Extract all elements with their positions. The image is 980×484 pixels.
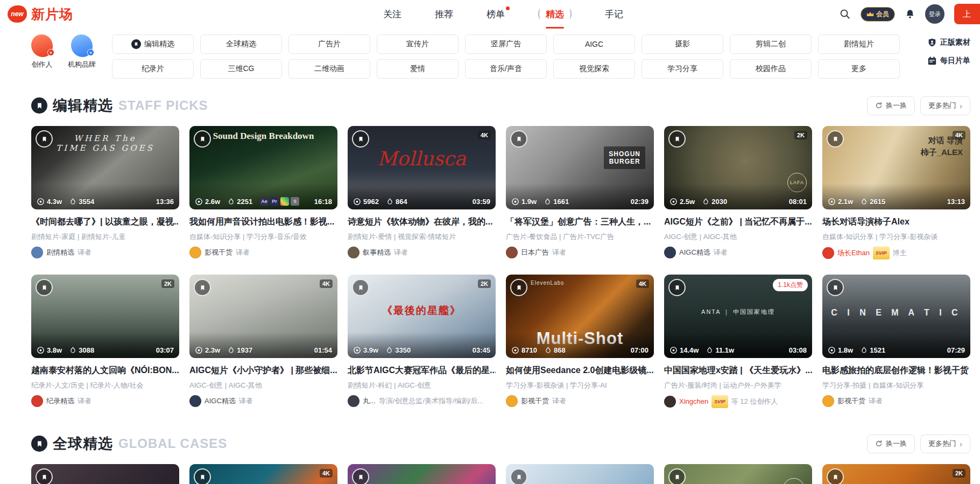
nav-item-精选[interactable]: 精选 — [538, 8, 572, 20]
login-button[interactable]: 登录 — [925, 4, 944, 24]
video-title[interactable]: 如何使用Seedance 2.0创建电影级镜... — [506, 364, 654, 376]
chip-全球精选[interactable]: 全球精选 — [200, 34, 282, 54]
author-avatar[interactable] — [31, 247, 43, 258]
chip-音乐/声音[interactable]: 音乐/声音 — [465, 59, 547, 79]
video-thumbnail[interactable]: 4K 5962 864 03:59 Mollusca — [348, 126, 496, 209]
video-title[interactable]: 诗意短片《软体动物》在彼岸，我的... — [348, 216, 496, 228]
video-tags[interactable]: AIGC-创意 | AIGC-其他 — [189, 381, 337, 390]
video-thumbnail[interactable]: 4.3w 3554 13:36 WHER The TIME GAS GOES — [31, 126, 179, 209]
video-tags[interactable]: 剧情短片-家庭 | 剧情短片-儿童 — [31, 232, 179, 242]
video-author[interactable]: 日本广告 SVIP 译者 — [506, 247, 654, 258]
shuffle-button[interactable]: 换一换 — [867, 434, 915, 453]
site-logo[interactable]: new 新片场 — [8, 5, 73, 23]
more-hot-button[interactable]: 更多热门› — [920, 96, 970, 115]
side-link-每日片单[interactable]: 每日片单 — [927, 56, 970, 66]
video-tags[interactable]: 自媒体-知识分享 | 学习分享-音乐/音效 — [189, 232, 337, 242]
shuffle-button[interactable]: 换一换 — [867, 96, 915, 115]
search-button[interactable] — [839, 8, 851, 20]
video-tags[interactable]: 纪录片-人文/历史 | 纪录片-人物/社会 — [31, 381, 179, 390]
video-thumbnail[interactable]: 2K 3.8w 3088 03:07 — [31, 275, 179, 358]
video-title[interactable]: 场长对话导演柿子Alex — [822, 216, 970, 228]
video-author[interactable]: 影视干货 SVIP 译者 — [822, 395, 970, 407]
chip-三维CG[interactable]: 三维CG — [200, 59, 282, 79]
author-name[interactable]: 叙事精选 — [363, 247, 391, 258]
video-thumbnail[interactable] — [348, 464, 496, 484]
author-avatar[interactable] — [822, 395, 834, 407]
author-avatar[interactable] — [189, 247, 201, 258]
vip-member-button[interactable]: 会员 — [861, 7, 895, 22]
video-title[interactable]: 电影感旅拍的底层创作逻辑！影视干货 — [822, 364, 970, 376]
video-tags[interactable]: 自媒体-知识分享 | 学习分享-影视杂谈 — [822, 232, 970, 242]
video-thumbnail[interactable]: 4K 8710 868 07:00 ElevenLabsMulti-Shot — [506, 275, 654, 358]
notifications-button[interactable] — [905, 9, 915, 19]
author-avatar[interactable] — [189, 395, 201, 407]
creator-tab-机构品牌[interactable]: v机构品牌 — [68, 34, 96, 79]
video-title[interactable]: 中国国家地理x安踏 | 《天生爱玩水》... — [664, 364, 812, 376]
video-author[interactable]: AIGC精选 SVIP 译者 — [664, 247, 812, 258]
chip-校园作品[interactable]: 校园作品 — [730, 59, 812, 79]
video-author[interactable]: 影视干货 SVIP 译者 — [189, 247, 337, 258]
author-name[interactable]: 剧情精选 — [46, 247, 74, 258]
nav-item-榜单[interactable]: 榜单 — [487, 8, 505, 20]
nav-item-手记[interactable]: 手记 — [605, 8, 623, 20]
video-title[interactable]: 北影节AIGC大赛冠军作品《最后的星... — [348, 364, 496, 376]
video-thumbnail[interactable]: 1.9w 1661 02:39 SHOGUN BURGER — [506, 126, 654, 209]
video-author[interactable]: 场长Ethan SVIP 博主 — [822, 247, 970, 259]
video-author[interactable]: 影视干货 SVIP 译者 — [506, 395, 654, 407]
chip-纪录片[interactable]: 纪录片 — [112, 59, 194, 79]
chip-剧情短片[interactable]: 剧情短片 — [818, 34, 900, 54]
author-avatar[interactable] — [348, 247, 359, 258]
side-link-正版素材[interactable]: 正版素材 — [927, 38, 970, 47]
author-name[interactable]: 场长Ethan — [837, 247, 870, 259]
chip-竖屏广告[interactable]: 竖屏广告 — [465, 34, 547, 54]
video-author[interactable]: 叙事精选 SVIP 译者 — [348, 247, 496, 258]
video-thumbnail[interactable] — [31, 464, 179, 484]
chip-更多[interactable]: 更多 — [818, 59, 900, 79]
video-tags[interactable]: AIGC-创意 | AIGC-其他 — [664, 232, 812, 242]
video-thumbnail[interactable] — [506, 464, 654, 484]
video-title[interactable]: 「将军汉堡」创意广告：三种人生，... — [506, 216, 654, 228]
author-avatar[interactable] — [506, 395, 518, 407]
video-author[interactable]: Xingchen SVIP 等 12 位创作人 — [664, 395, 812, 408]
video-title[interactable]: 我如何用声音设计拍出电影感！影视... — [189, 216, 337, 228]
chip-爱情[interactable]: 爱情 — [377, 59, 459, 79]
more-hot-button[interactable]: 更多热门› — [920, 434, 970, 453]
chip-视觉探索[interactable]: 视觉探索 — [553, 59, 635, 79]
video-thumbnail[interactable]: 2K 3.9w 3350 03:45 《最後的星艦》 — [348, 275, 496, 358]
author-avatar[interactable] — [506, 247, 518, 258]
chip-编辑精选[interactable]: 编辑精选 — [112, 34, 194, 54]
video-author[interactable]: AIGC精选 SVIP 译者 — [189, 395, 337, 407]
video-thumbnail[interactable]: 1.1k点赞 14.4w 11.1w 03:08 ANTA ｜ 中国国家地理 — [664, 275, 812, 358]
video-thumbnail[interactable]: 1.8w 1521 07:29 C I N E M A T I C — [822, 275, 970, 358]
video-thumbnail[interactable]: BIG SKY — [664, 464, 812, 484]
nav-item-推荐[interactable]: 推荐 — [435, 8, 453, 20]
video-thumbnail[interactable]: 4K 2.1w 2615 13:13 对话 导演 柿子_ALEX — [822, 126, 970, 209]
video-author[interactable]: 纪录精选 SVIP 译者 — [31, 395, 179, 407]
video-title[interactable]: AIGC短片《小小守护者》 | 那些被细... — [189, 364, 337, 376]
author-name[interactable]: 纪录精选 — [46, 395, 74, 407]
author-avatar[interactable] — [348, 395, 359, 407]
author-name[interactable]: Xingchen — [679, 396, 708, 408]
video-thumbnail[interactable]: 4K — [189, 464, 337, 484]
author-avatar[interactable] — [664, 247, 676, 258]
video-thumbnail[interactable]: 2K 2.5w 2030 08:01 LAFA — [664, 126, 812, 209]
author-name[interactable]: 影视干货 — [837, 395, 865, 407]
chip-学习分享[interactable]: 学习分享 — [641, 59, 723, 79]
chip-宣传片[interactable]: 宣传片 — [377, 34, 459, 54]
video-thumbnail[interactable]: 2K — [822, 464, 970, 484]
video-thumbnail[interactable]: 2.6w 2251 AePrS 16:18 Sound Design Break… — [189, 126, 337, 209]
author-avatar[interactable] — [664, 396, 676, 408]
author-name[interactable]: 影视干货 — [205, 247, 232, 258]
nav-item-关注[interactable]: 关注 — [383, 8, 401, 20]
video-tags[interactable]: 广告片-服装/时尚 | 运动户外-户外美学 — [664, 381, 812, 390]
upload-button[interactable]: 上 — [954, 4, 980, 24]
author-avatar[interactable] — [822, 247, 834, 259]
author-name[interactable]: 丸... — [363, 395, 376, 407]
video-tags[interactable]: 剧情短片-爱情 | 视觉探索-情绪短片 — [348, 232, 496, 242]
video-tags[interactable]: 学习分享-影视杂谈 | 学习分享-AI — [506, 381, 654, 390]
video-author[interactable]: 剧情精选 SVIP 译者 — [31, 247, 179, 258]
author-avatar[interactable] — [31, 395, 43, 407]
video-title[interactable]: 越南泰安村落的人文回响《NÓI:BON... — [31, 364, 179, 376]
author-name[interactable]: AIGC精选 — [679, 247, 710, 258]
chip-二维动画[interactable]: 二维动画 — [288, 59, 370, 79]
